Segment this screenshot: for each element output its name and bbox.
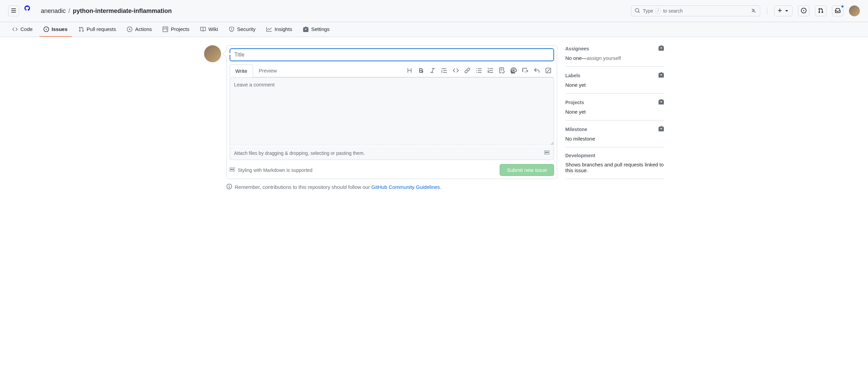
info-icon [227, 184, 232, 190]
quote-icon[interactable] [441, 67, 447, 74]
search-placeholder-prefix: Type [643, 8, 653, 14]
gear-icon[interactable] [658, 126, 664, 132]
tab-pulls-label: Pull requests [87, 26, 116, 32]
tab-pulls[interactable]: Pull requests [74, 22, 120, 37]
issue-sidebar: Assignees No one—assign yourself Labels … [565, 45, 664, 190]
command-palette-icon[interactable] [751, 8, 756, 14]
attach-hint-text: Attach files by dragging & dropping, sel… [234, 150, 365, 156]
markdown-icon [230, 167, 235, 173]
search-icon [635, 8, 640, 14]
triangle-down-icon [784, 8, 789, 14]
tab-actions-label: Actions [135, 26, 152, 32]
breadcrumb-separator: / [68, 7, 70, 15]
tab-settings[interactable]: Settings [299, 22, 334, 37]
markdown-note-text: Styling with Markdown is supported [238, 167, 312, 173]
issue-opened-icon [801, 8, 806, 14]
guidelines-prefix: Remember, contributions to this reposito… [235, 184, 371, 190]
submit-new-issue-button[interactable]: Submit new issue [500, 164, 554, 176]
write-tab[interactable]: Write [230, 64, 253, 77]
user-avatar[interactable] [849, 5, 860, 16]
projects-title: Projects [565, 100, 584, 105]
milestone-body: No milestone [565, 136, 664, 142]
tab-issues[interactable]: Issues [39, 22, 72, 37]
tab-projects[interactable]: Projects [158, 22, 193, 37]
tab-wiki[interactable]: Wiki [196, 22, 222, 37]
community-guidelines-note: Remember, contributions to this reposito… [227, 184, 557, 190]
tab-code[interactable]: Code [8, 22, 37, 37]
tab-insights[interactable]: Insights [262, 22, 296, 37]
labels-header[interactable]: Labels [565, 72, 664, 79]
notification-indicator [841, 5, 844, 8]
cross-reference-icon[interactable] [522, 67, 528, 74]
mention-icon[interactable] [511, 67, 517, 74]
gear-icon[interactable] [658, 45, 664, 52]
tab-code-label: Code [20, 26, 33, 32]
labels-title: Labels [565, 73, 580, 78]
milestone-header[interactable]: Milestone [565, 126, 664, 132]
development-title: Development [565, 153, 595, 158]
assignees-prefix: No one— [565, 55, 587, 61]
search-input[interactable]: Type / to search [631, 5, 760, 16]
repo-navigation: Code Issues Pull requests Actions Projec… [0, 22, 868, 37]
tab-actions[interactable]: Actions [123, 22, 156, 37]
three-bars-icon [11, 8, 16, 14]
issue-title-input[interactable] [230, 48, 554, 61]
create-new-button[interactable] [774, 5, 792, 16]
tab-wiki-label: Wiki [208, 26, 218, 32]
issue-body-textarea[interactable] [230, 77, 554, 145]
git-pull-request-icon [818, 8, 823, 14]
pull-requests-tray-button[interactable] [815, 5, 827, 16]
author-avatar[interactable] [204, 45, 221, 62]
search-placeholder-suffix: to search [663, 8, 683, 14]
search-slash-key: / [656, 8, 660, 14]
tab-security-label: Security [237, 26, 255, 32]
reply-icon[interactable] [534, 67, 540, 74]
gear-icon[interactable] [658, 99, 664, 106]
issues-tray-button[interactable] [798, 5, 809, 16]
community-guidelines-link[interactable]: GitHub Community Guidelines [371, 184, 440, 190]
markdown-supported-note[interactable]: Styling with Markdown is supported [230, 167, 312, 173]
unordered-list-icon[interactable] [476, 67, 482, 74]
guidelines-suffix: . [440, 184, 441, 190]
hamburger-menu-button[interactable] [8, 5, 19, 16]
milestone-title: Milestone [565, 127, 587, 132]
tab-insights-label: Insights [274, 26, 292, 32]
assignees-header[interactable]: Assignees [565, 45, 664, 52]
notifications-button[interactable] [832, 5, 844, 16]
file-attach-area[interactable]: Attach files by dragging & dropping, sel… [230, 146, 554, 160]
code-icon[interactable] [453, 67, 459, 74]
labels-body: None yet [565, 82, 664, 88]
bold-icon[interactable] [418, 67, 424, 74]
assign-yourself-link[interactable]: assign yourself [587, 55, 621, 61]
assignees-title: Assignees [565, 46, 589, 51]
tab-security[interactable]: Security [225, 22, 260, 37]
development-body: Shows branches and pull requests linked … [565, 162, 664, 173]
new-issue-form: Write Preview [227, 45, 557, 179]
heading-icon[interactable] [406, 67, 413, 74]
gear-icon[interactable] [658, 72, 664, 79]
markdown-toolbar [406, 67, 554, 74]
projects-body: None yet [565, 109, 664, 115]
plus-icon [777, 8, 783, 14]
diff-ignored-icon[interactable] [545, 67, 551, 74]
breadcrumb: anenadic / python-intermediate-inflammat… [41, 7, 172, 15]
github-logo[interactable] [24, 5, 35, 16]
inbox-icon [835, 8, 840, 14]
tab-projects-label: Projects [171, 26, 189, 32]
preview-tab[interactable]: Preview [253, 64, 283, 77]
italic-icon[interactable] [430, 67, 436, 74]
ordered-list-icon[interactable] [487, 67, 494, 74]
projects-header[interactable]: Projects [565, 99, 664, 106]
development-header: Development [565, 153, 664, 158]
tab-settings-label: Settings [311, 26, 330, 32]
markdown-icon[interactable] [544, 150, 550, 156]
repo-link[interactable]: python-intermediate-inflammation [73, 7, 172, 15]
task-list-icon[interactable] [499, 67, 505, 74]
tab-issues-label: Issues [52, 26, 68, 32]
link-icon[interactable] [464, 67, 470, 74]
owner-link[interactable]: anenadic [41, 7, 66, 15]
global-header: anenadic / python-intermediate-inflammat… [0, 0, 868, 22]
